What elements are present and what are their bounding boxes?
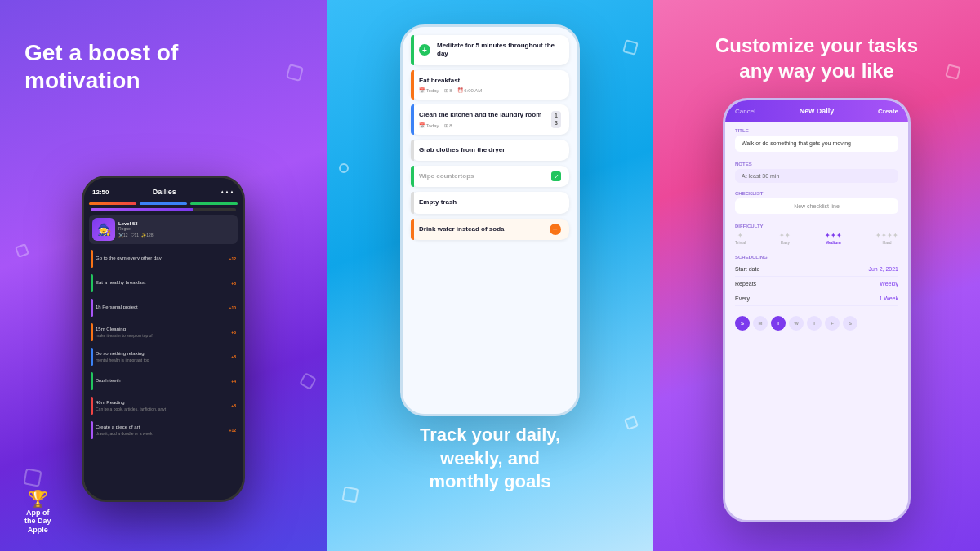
task2-minus-btn-7[interactable]: −	[550, 224, 561, 235]
diff-trivial[interactable]: ✦ Trivial	[735, 232, 746, 245]
task-item-5: Do something relaxing mental health is i…	[89, 345, 238, 368]
cancel-button[interactable]: Cancel	[735, 108, 755, 115]
panel-tracking: + Meditate for 5 minutes throughout the …	[327, 0, 653, 551]
task-color-bar	[91, 299, 93, 317]
easy-label: Easy	[779, 240, 791, 245]
difficulty-section: DIFFICULTY ✦ Trivial ✦✦ Easy ✦✦✦ Medium	[725, 219, 908, 250]
task-item-6: Brush teeth +4	[89, 370, 238, 393]
scheduling-label: SCHEDULING	[735, 255, 898, 260]
stat-str: ⚔️12	[118, 233, 128, 238]
notes-label: Notes	[735, 162, 898, 167]
task-text: 46m Reading Can be a book, articles, fan…	[96, 400, 229, 411]
task2-title-4: Grab clothes from the dryer	[419, 146, 561, 154]
day-mon[interactable]: M	[753, 316, 768, 331]
phone-3-screen: Cancel New Daily Create Title Walk or do…	[725, 100, 908, 520]
phone-3: Cancel New Daily Create Title Walk or do…	[723, 98, 911, 522]
checklist-label: CHECKLIST	[735, 191, 898, 196]
day-thu[interactable]: T	[807, 316, 822, 331]
notes-section: Notes At least 30 min	[725, 155, 908, 186]
create-button[interactable]: Create	[878, 108, 898, 115]
phone1-status-bar: 12:50 Dailies ▲▲▲	[89, 184, 238, 199]
scheduling-section: SCHEDULING Start date Jun 2, 2021 Repeat…	[725, 250, 908, 311]
start-date-row[interactable]: Start date Jun 2, 2021	[735, 262, 898, 277]
task2-content-1: Meditate for 5 minutes throughout the da…	[422, 42, 561, 59]
task2-accent-3	[411, 104, 414, 134]
day-wed[interactable]: W	[789, 316, 804, 331]
task-item-8: Create a piece of art draw it, add a doo…	[89, 419, 238, 442]
task-text: 15m Cleaning make it easier to keep on t…	[96, 327, 229, 337]
task-text: 1h Personal project	[96, 304, 227, 310]
task-color-bar	[91, 348, 93, 366]
award-icon: 🏆	[28, 489, 48, 509]
task2-plus-btn-1[interactable]: +	[419, 44, 430, 56]
task-text: Create a piece of art draw it, add a doo…	[96, 424, 227, 435]
diff-easy[interactable]: ✦✦ Easy	[779, 232, 791, 245]
hard-stars: ✦✦✦✦	[875, 232, 898, 239]
repeats-value: Weekly	[880, 281, 898, 287]
task2-counter-3: 13	[551, 111, 561, 128]
deco-shape-2	[15, 243, 29, 258]
phone1-screen-title: Dailies	[153, 188, 176, 196]
notes-field[interactable]: At least 30 min	[735, 169, 898, 183]
task2-card-7: Drink water instead of soda −	[411, 219, 569, 240]
xp-fill	[91, 208, 193, 211]
difficulty-options: ✦ Trivial ✦✦ Easy ✦✦✦ Medium ✦✦✦✦	[735, 232, 898, 245]
task2-time-2: ⏰ 6:00 AM	[457, 87, 483, 93]
deco-shape-3	[299, 372, 317, 390]
medium-stars: ✦✦✦	[825, 232, 842, 239]
task2-accent-1	[411, 35, 414, 65]
every-row[interactable]: Every 1 Week	[735, 291, 898, 306]
award-text: App of the Day Apple	[24, 509, 51, 535]
p3-deco-1	[945, 64, 961, 80]
task2-title-3: Clean the kitchen and the laundry room	[419, 111, 561, 119]
task-item-2: Eat a healthy breakfast +8	[89, 272, 238, 295]
phone1-task-list: Go to the gym every other day +12 Eat a …	[89, 247, 238, 442]
checklist-section: CHECKLIST New checklist line	[725, 186, 908, 219]
task2-card-1: + Meditate for 5 minutes throughout the …	[411, 35, 569, 65]
task-text: Eat a healthy breakfast	[96, 280, 229, 286]
phone-1-screen: 12:50 Dailies ▲▲▲ 🧙	[84, 178, 243, 500]
day-tue[interactable]: T	[771, 316, 786, 331]
tab-health	[89, 202, 136, 205]
task2-card-4: Grab clothes from the dryer	[411, 140, 569, 161]
phone3-nav-header: Cancel New Daily Create	[725, 100, 908, 122]
task2-title-6: Empty trash	[419, 198, 561, 207]
character-avatar: 🧙	[92, 218, 115, 241]
checklist-field[interactable]: New checklist line	[735, 198, 898, 214]
task2-count-2: ⊞ 8	[444, 87, 452, 93]
difficulty-label: DIFFICULTY	[735, 224, 898, 229]
hard-label: Hard	[875, 240, 898, 245]
task2-card-6: Empty trash	[411, 192, 569, 213]
start-date-value: Jun 2, 2021	[868, 266, 898, 272]
new-daily-title: New Daily	[800, 107, 835, 115]
task2-check-5: ✓	[551, 171, 561, 181]
task2-count-3: ⊞ 8	[444, 122, 452, 128]
task-text: Go to the gym every other day	[96, 256, 227, 261]
easy-stars: ✦✦	[779, 232, 791, 239]
task2-accent-2	[411, 70, 414, 100]
task-item-4: 15m Cleaning make it easier to keep on t…	[89, 321, 238, 344]
day-fri[interactable]: F	[825, 316, 840, 331]
trivial-stars: ✦	[735, 232, 746, 239]
task-color-bar	[91, 274, 93, 292]
character-info: Level 53 Rogue ⚔️12 🛡11 ✨128	[118, 221, 234, 238]
every-value: 1 Week	[879, 295, 898, 301]
repeats-row[interactable]: Repeats Weekly	[735, 277, 898, 291]
diff-hard[interactable]: ✦✦✦✦ Hard	[875, 232, 898, 245]
award-badge: 🏆 App of the Day Apple	[24, 489, 51, 535]
deco-shape-1	[286, 64, 304, 82]
task2-title-1: Meditate for 5 minutes throughout the da…	[437, 42, 561, 59]
task-text: Do something relaxing mental health is i…	[96, 351, 229, 362]
task2-accent-4	[411, 140, 414, 161]
task2-card-3: Clean the kitchen and the laundry room 📅…	[411, 104, 569, 134]
xp-bar-container	[89, 208, 238, 211]
day-sat[interactable]: S	[843, 316, 858, 331]
tab-mana	[190, 202, 238, 205]
phone1-progress-tabs	[89, 202, 238, 205]
title-label: Title	[735, 128, 898, 133]
diff-medium[interactable]: ✦✦✦ Medium	[825, 232, 842, 245]
task2-accent-7	[411, 219, 414, 240]
task2-meta-3: 📅 Today ⊞ 8	[419, 122, 561, 128]
title-field[interactable]: Walk or do something that gets you movin…	[735, 136, 898, 152]
day-sun[interactable]: S	[735, 316, 750, 331]
